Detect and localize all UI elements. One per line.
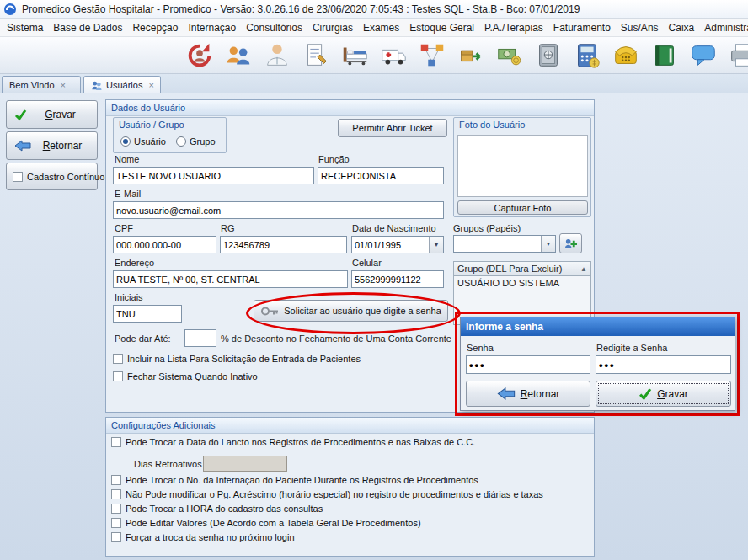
funcao-label: Função (318, 154, 350, 164)
users-icon[interactable] (222, 39, 254, 72)
usuario-grupo-groupbox: Usuário / Grupo Usuário Grupo (113, 117, 227, 153)
scroll-up-icon[interactable]: ▲ (580, 265, 587, 273)
forcar-troca-senha-checkbox[interactable] (111, 532, 121, 542)
phone-icon[interactable] (610, 39, 642, 72)
menu-item-caixa[interactable]: Caixa (664, 19, 700, 37)
dialog-retornar-button[interactable]: Retornar (466, 381, 590, 407)
config-checkbox-row-editar-valores[interactable]: Pode Editar Valores (De Acordo com a Tab… (111, 518, 421, 528)
grupos-papeis-input[interactable] (454, 236, 546, 252)
menu-item-faturamento[interactable]: Faturamento (548, 19, 616, 37)
incluir-lista-checkbox-row[interactable]: Incluir na Lista Para Solicitação de Ent… (113, 354, 361, 364)
hospital-bed-icon[interactable] (339, 39, 371, 72)
foto-preview (457, 135, 588, 197)
cpf-input[interactable] (113, 236, 216, 253)
grupos-papeis-combo[interactable]: ▼ (453, 235, 556, 253)
iniciais-input[interactable] (113, 305, 182, 323)
cash-register-icon[interactable] (571, 39, 603, 72)
cadastro-continuo-toggle[interactable]: Cadastro Contínuo (6, 163, 98, 190)
ambulance-icon[interactable] (377, 39, 409, 72)
tab-usuarios-close-icon[interactable]: × (148, 80, 153, 90)
printer-icon[interactable] (726, 39, 748, 72)
switch-user-icon[interactable] (184, 39, 216, 72)
redigite-senha-label: Redigite a Senha (596, 343, 667, 353)
permitir-abrir-ticket-button[interactable]: Permitir Abrir Ticket (338, 119, 447, 137)
network-icon[interactable] (416, 39, 448, 72)
finance-icon[interactable] (494, 39, 526, 72)
gravar-button[interactable]: Gravar (6, 100, 98, 129)
data-nascimento-dropdown-icon[interactable]: ▼ (429, 237, 443, 253)
cadastro-continuo-checkbox[interactable] (13, 172, 23, 182)
iniciais-label: Iniciais (115, 292, 143, 302)
radio-grupo-label: Grupo (190, 136, 216, 147)
menu-item-consultorios[interactable]: Consultórios (241, 19, 307, 37)
menu-item-recepcao[interactable]: Recepção (127, 19, 183, 37)
dialog-gravar-button[interactable]: Gravar (596, 381, 731, 407)
chat-icon[interactable] (687, 39, 719, 72)
config-checkbox-row-forcar-troca-senha[interactable]: Forçar a troca da senha no próximo login (111, 532, 295, 542)
nome-label: Nome (115, 154, 139, 164)
senha-label: Senha (467, 343, 494, 353)
grupos-papeis-dropdown-icon[interactable]: ▼ (541, 236, 555, 252)
funcao-input[interactable] (318, 167, 444, 184)
window-title: Promedico Gestão Hospitalar - Promedico … (22, 3, 580, 15)
radio-usuario[interactable]: Usuário (120, 136, 166, 147)
celular-label: Celular (352, 258, 382, 268)
tab-bem-vindo[interactable]: Bem Vindo × (2, 76, 81, 93)
fechar-sistema-checkbox-row[interactable]: Fechar Sistema Quando Inativo (113, 371, 258, 381)
menu-item-internacao[interactable]: Internação (183, 19, 241, 37)
safe-icon[interactable] (532, 39, 564, 72)
dias-retroativos-input (203, 456, 287, 472)
dialog-gravar-label-accel: G (657, 388, 665, 400)
rg-input[interactable] (220, 236, 347, 253)
config-checkbox-row-trocar-hora[interactable]: Pode Trocar a HORA do cadastro das consu… (111, 504, 323, 514)
config-checkbox-row-trocar-internacao[interactable]: Pode Trocar o No. da Internação do Pacie… (111, 475, 478, 485)
grupo-list-header: Grupo (DEL Para Excluir) ▲ (453, 261, 591, 276)
trocar-internacao-label: Pode Trocar o No. da Internação do Pacie… (126, 475, 478, 485)
email-input[interactable] (113, 201, 444, 219)
retornar-button[interactable]: Retornar (6, 131, 98, 160)
menu-item-sistema[interactable]: Sistema (2, 19, 48, 37)
book-icon[interactable] (649, 39, 681, 72)
senha-input[interactable] (466, 355, 590, 374)
menu-item-cirurgias[interactable]: Cirurgias (307, 19, 358, 37)
config-checkbox-row-trocar-data[interactable]: Pode Trocar a Data do Lancto nos Registr… (111, 437, 475, 447)
editar-valores-checkbox[interactable] (111, 518, 121, 528)
capturar-foto-button[interactable]: Capturar Foto (457, 200, 588, 215)
prescription-icon[interactable] (300, 39, 332, 72)
informe-senha-dialog: Informe a senha Senha Redigite a Senha R… (460, 317, 735, 411)
fechar-sistema-checkbox[interactable] (113, 371, 123, 381)
incluir-lista-checkbox[interactable] (113, 354, 123, 364)
menu-item-base-de-dados[interactable]: Base de Dados (48, 19, 127, 37)
trocar-data-checkbox[interactable] (111, 437, 121, 447)
config-checkbox-row-pg-acrescimo[interactable]: Não Pode modificar o Pg. Acréscimo (horá… (111, 489, 543, 499)
menu-item-estoque-geral[interactable]: Estoque Geral (404, 19, 479, 37)
tab-usuarios[interactable]: Usuários × (83, 76, 161, 93)
celular-input[interactable] (351, 270, 444, 288)
fechar-sistema-label: Fechar Sistema Quando Inativo (127, 371, 258, 381)
radio-usuario-control[interactable] (120, 136, 131, 147)
data-nascimento-input[interactable] (352, 237, 434, 253)
nome-input[interactable] (113, 167, 314, 184)
radio-grupo-control[interactable] (176, 136, 186, 147)
trocar-internacao-checkbox[interactable] (111, 475, 121, 485)
grupo-list-item[interactable]: USUÁRIO DO SISTEMA (454, 276, 590, 290)
trocar-hora-checkbox[interactable] (111, 504, 121, 514)
menu-item-exames[interactable]: Exames (358, 19, 404, 37)
menu-item-administracao[interactable]: Administra (699, 19, 748, 37)
radio-grupo[interactable]: Grupo (176, 136, 216, 147)
desconto-input[interactable] (184, 329, 216, 347)
menu-item-pa-terapias[interactable]: P.A./Terapias (479, 19, 548, 37)
tab-bem-vindo-close-icon[interactable]: × (61, 80, 66, 90)
menu-item-sus-ans[interactable]: Sus/Ans (616, 19, 664, 37)
configuracoes-adicionais-panel: Configurações Adicionais Pode Trocar a D… (105, 417, 595, 557)
endereco-input[interactable] (113, 270, 348, 288)
redigite-senha-input[interactable] (596, 355, 731, 374)
data-nascimento-combo[interactable]: ▼ (351, 236, 444, 253)
retornar-label: etornar (50, 140, 82, 152)
solicitar-senha-button[interactable]: Solicitar ao usuário que digite a senha (254, 300, 448, 322)
pg-acrescimo-checkbox[interactable] (111, 489, 121, 499)
doctor-icon[interactable] (261, 39, 293, 72)
users-tab-icon (91, 80, 102, 91)
stock-package-icon[interactable] (455, 39, 487, 72)
adicionar-grupo-button[interactable] (559, 233, 582, 253)
